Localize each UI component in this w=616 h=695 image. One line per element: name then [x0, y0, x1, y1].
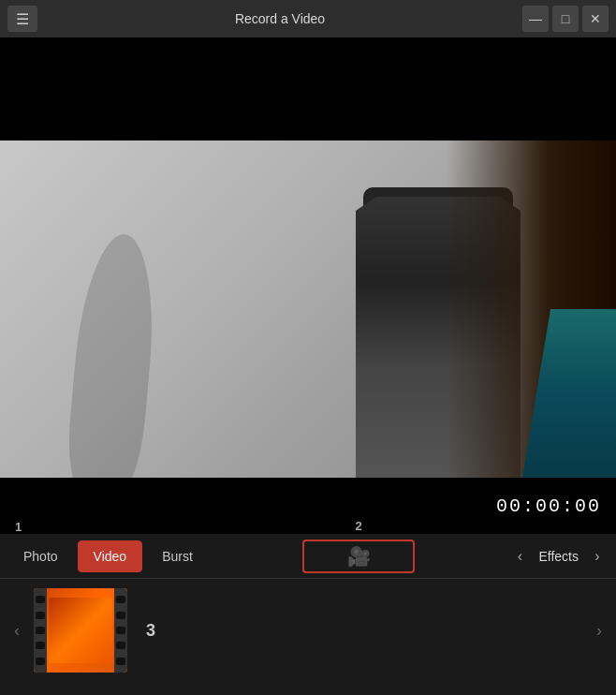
- thumbnail-strip: ‹ 3 ›: [0, 579, 616, 682]
- label-2: 2: [356, 519, 362, 533]
- menu-button[interactable]: ☰: [7, 6, 37, 32]
- label-3: 3: [146, 621, 155, 641]
- film-strip-right: [114, 588, 127, 673]
- strip-next-button[interactable]: ›: [590, 602, 609, 658]
- window-controls: — □ ✕: [522, 6, 609, 32]
- thumbnail-film: [34, 588, 127, 673]
- effects-label: Effects: [535, 549, 582, 564]
- record-button[interactable]: 🎥: [302, 540, 415, 573]
- timer-display: 00:00:00: [496, 495, 601, 517]
- film-inner: [49, 598, 112, 663]
- controls-bar: 1 Photo Video Burst 2 🎥 ‹ Effects ›: [0, 534, 616, 579]
- minimize-button[interactable]: —: [522, 6, 549, 32]
- label-1: 1: [15, 520, 22, 534]
- photo-mode-button[interactable]: Photo: [7, 540, 74, 572]
- close-button[interactable]: ✕: [582, 6, 609, 32]
- effects-next-button[interactable]: ›: [586, 540, 609, 572]
- strip-prev-button[interactable]: ‹: [7, 602, 26, 658]
- effects-nav: ‹ Effects ›: [508, 540, 609, 572]
- video-thumbnail[interactable]: [34, 588, 127, 673]
- black-strip-bottom: 00:00:00: [0, 478, 616, 534]
- window-title: Record a Video: [37, 11, 522, 26]
- film-strip-left: [34, 588, 47, 673]
- maximize-button[interactable]: □: [552, 6, 579, 32]
- title-bar: ☰ Record a Video — □ ✕: [0, 0, 616, 37]
- effects-prev-button[interactable]: ‹: [508, 540, 531, 572]
- camera-preview: [0, 140, 616, 478]
- burst-mode-button[interactable]: Burst: [146, 540, 209, 572]
- video-camera-icon: 🎥: [347, 545, 371, 568]
- video-mode-button[interactable]: Video: [78, 540, 143, 572]
- black-strip-top: [0, 37, 616, 140]
